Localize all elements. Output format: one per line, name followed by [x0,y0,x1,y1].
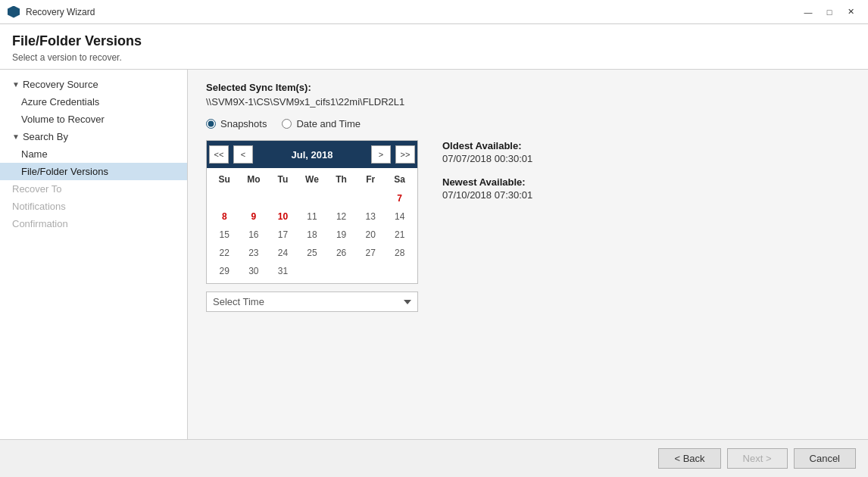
weekday-label: Mo [239,171,269,188]
sidebar-item-label: Name [21,148,48,160]
weekday-label: Su [210,171,239,188]
sidebar-item-confirmation: Confirmation [0,215,187,232]
sidebar-item-notifications: Notifications [0,198,187,215]
calendar-header: << < Jul, 2018 > >> [207,141,417,168]
app-header: File/Folder Versions Select a version to… [0,24,868,70]
close-button[interactable]: ✕ [841,4,860,20]
calendar-day-10[interactable]: 10 [268,207,298,226]
minimize-button[interactable]: — [798,4,818,20]
radio-group: Snapshots Date and Time [206,118,850,129]
snapshots-radio[interactable] [206,119,216,129]
newest-available-value: 07/10/2018 07:30:01 [442,189,532,201]
snapshots-label: Snapshots [220,118,267,129]
app-footer: < Back Next > Cancel [0,439,868,477]
calendar-day-empty [268,189,298,207]
sidebar: ▼Recovery SourceAzure CredentialsVolume … [0,70,188,439]
calendar-day-18: 18 [298,226,327,244]
calendar-day-empty [239,189,269,207]
calendar-day-empty [356,262,386,280]
chevron-icon: ▼ [12,132,20,141]
content-area: ▼Recovery SourceAzure CredentialsVolume … [0,70,868,439]
calendar-day-27: 27 [356,244,386,262]
calendar-day-empty [210,189,239,207]
cancel-button[interactable]: Cancel [794,448,856,469]
date-time-radio[interactable] [282,119,292,129]
select-time-dropdown[interactable]: Select Time [206,292,418,312]
prev-month-button[interactable]: < [233,145,253,164]
calendar-day-19: 19 [326,226,356,244]
calendar-day-7[interactable]: 7 [385,189,414,207]
calendar-grid: SuMoTuWeThFrSa 7891011121314151617181920… [207,168,417,283]
main-panel: Selected Sync Item(s): \\SVM9X-1\CS\SVM9… [188,70,868,439]
oldest-available-section: Oldest Available: 07/07/2018 00:30:01 [442,140,532,164]
calendar-day-23: 23 [239,244,269,262]
sidebar-item-label: Notifications [12,201,66,212]
calendar-day-20: 20 [356,226,386,244]
title-bar-text: Recovery Wizard [26,7,798,17]
next-month-button[interactable]: > [371,145,391,164]
calendar-day-25: 25 [298,244,327,262]
page-subtitle: Select a version to recover. [12,52,856,63]
sidebar-item-label: Confirmation [12,218,68,229]
calendar-day-28: 28 [385,244,414,262]
calendar-day-15: 15 [210,226,239,244]
oldest-available-label: Oldest Available: [442,140,532,151]
next-next-month-button[interactable]: >> [395,145,415,164]
sidebar-item-label: Azure Credentials [21,96,99,108]
title-bar: Recovery Wizard — □ ✕ [0,0,868,24]
weekday-label: Fr [356,171,386,188]
calendar-day-29: 29 [210,262,239,280]
availability-info: Oldest Available: 07/07/2018 00:30:01 Ne… [442,140,532,213]
select-time-wrapper: Select Time [206,292,418,312]
sidebar-item-azure-credentials[interactable]: Azure Credentials [0,93,187,111]
calendar-days: 7891011121314151617181920212223242526272… [210,189,414,280]
sidebar-item-recovery-source[interactable]: ▼Recovery Source [0,76,187,93]
calendar-day-26: 26 [326,244,356,262]
calendar-day-16: 16 [239,226,269,244]
oldest-available-value: 07/07/2018 00:30:01 [442,153,532,164]
calendar-day-empty [298,189,327,207]
sidebar-item-label: File/Folder Versions [21,166,108,177]
calendar-day-empty [326,262,356,280]
calendar-day-31: 31 [268,262,298,280]
sidebar-item-label: Search By [23,131,68,142]
sidebar-item-file-folder-versions[interactable]: File/Folder Versions [0,163,187,180]
calendar-day-empty [356,189,386,207]
sidebar-item-volume-to-recover[interactable]: Volume to Recover [0,111,187,128]
calendar-day-empty [385,262,414,280]
sidebar-item-label: Volume to Recover [21,114,105,125]
calendar-day-9[interactable]: 9 [239,207,269,226]
back-button[interactable]: < Back [658,448,720,469]
newest-available-label: Newest Available: [442,176,532,188]
calendar-day-24: 24 [268,244,298,262]
weekday-label: Sa [385,171,414,188]
app-icon [8,6,20,18]
calendar-day-11: 11 [298,207,327,226]
sidebar-item-name[interactable]: Name [0,145,187,163]
calendar-section: << < Jul, 2018 > >> SuMoTuWeThFrSa [206,140,418,312]
calendar-day-13: 13 [356,207,386,226]
calendar-weekdays: SuMoTuWeThFrSa [210,171,414,188]
snapshots-radio-label[interactable]: Snapshots [206,118,267,129]
sidebar-item-label: Recover To [12,183,62,195]
calendar-day-empty [298,262,327,280]
title-bar-controls: — □ ✕ [798,4,860,20]
calendar-day-12: 12 [326,207,356,226]
calendar-day-8[interactable]: 8 [210,207,239,226]
app-window: File/Folder Versions Select a version to… [0,24,868,477]
newest-available-section: Newest Available: 07/10/2018 07:30:01 [442,176,532,201]
calendar-wrapper: << < Jul, 2018 > >> SuMoTuWeThFrSa [206,140,850,312]
date-time-radio-label[interactable]: Date and Time [282,118,361,129]
calendar-day-empty [326,189,356,207]
weekday-label: We [298,171,327,188]
date-time-label: Date and Time [296,118,361,129]
sidebar-item-search-by[interactable]: ▼Search By [0,128,187,145]
chevron-icon: ▼ [12,80,20,89]
prev-prev-month-button[interactable]: << [209,145,229,164]
maximize-button[interactable]: □ [820,4,839,20]
calendar-day-22: 22 [210,244,239,262]
weekday-label: Tu [268,171,298,188]
sidebar-item-recover-to: Recover To [0,180,187,198]
next-button[interactable]: Next > [727,448,788,469]
selected-sync-label: Selected Sync Item(s): [206,82,850,93]
